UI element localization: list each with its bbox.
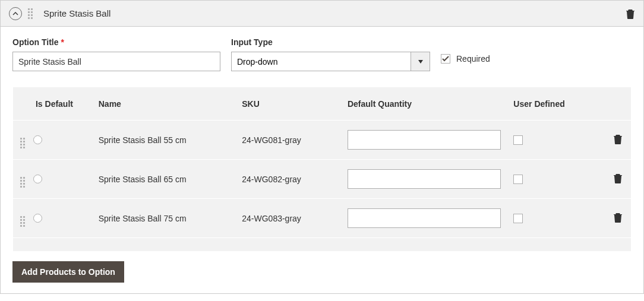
header-sku: SKU bbox=[242, 99, 348, 109]
is-default-radio[interactable] bbox=[33, 135, 42, 144]
option-title-label: Option Title* bbox=[12, 37, 220, 47]
default-qty-input[interactable] bbox=[348, 208, 501, 228]
table-row: Sprite Stasis Ball 65 cm24-WG082-gray bbox=[13, 160, 631, 199]
default-qty-input[interactable] bbox=[348, 169, 501, 189]
row-drag-handle-icon[interactable] bbox=[20, 177, 25, 188]
input-type-field: Input Type Drop-down bbox=[231, 37, 430, 71]
delete-row-icon[interactable] bbox=[613, 212, 623, 223]
header-user-defined: User Defined bbox=[513, 99, 608, 109]
row-name: Sprite Stasis Ball 55 cm bbox=[99, 135, 242, 145]
table-row: Sprite Stasis Ball 55 cm24-WG081-gray bbox=[13, 121, 631, 160]
select-dropdown-arrow[interactable] bbox=[411, 52, 430, 71]
header-is-default: Is Default bbox=[33, 99, 99, 109]
required-field: Required bbox=[441, 54, 490, 64]
row-name: Sprite Stasis Ball 75 cm bbox=[99, 214, 242, 223]
bundle-option-panel: Sprite Stasis Ball Option Title* Input T… bbox=[0, 0, 644, 294]
row-name: Sprite Stasis Ball 65 cm bbox=[99, 175, 242, 184]
chevron-up-icon bbox=[12, 11, 18, 17]
row-sku: 24-WG083-gray bbox=[242, 214, 348, 223]
default-qty-input[interactable] bbox=[348, 130, 501, 150]
is-default-radio[interactable] bbox=[33, 175, 42, 183]
option-config-row: Option Title* Input Type Drop-down bbox=[12, 37, 632, 71]
row-drag-handle-icon[interactable] bbox=[20, 216, 25, 227]
panel-body: Option Title* Input Type Drop-down bbox=[1, 27, 643, 252]
collapse-toggle[interactable] bbox=[9, 7, 22, 20]
delete-row-icon[interactable] bbox=[613, 134, 623, 144]
required-label: Required bbox=[456, 54, 490, 64]
row-drag-handle-icon[interactable] bbox=[20, 138, 25, 148]
required-star: * bbox=[61, 37, 64, 47]
is-default-radio[interactable] bbox=[33, 214, 42, 223]
option-title-field: Option Title* bbox=[12, 37, 220, 71]
panel-title: Sprite Stasis Ball bbox=[43, 8, 626, 18]
required-checkbox[interactable] bbox=[441, 54, 450, 64]
panel-header: Sprite Stasis Ball bbox=[1, 1, 643, 27]
drag-handle-icon[interactable] bbox=[28, 8, 33, 19]
row-sku: 24-WG082-gray bbox=[242, 175, 348, 184]
add-products-button[interactable]: Add Products to Option bbox=[12, 261, 124, 283]
row-sku: 24-WG081-gray bbox=[242, 135, 348, 145]
delete-row-icon[interactable] bbox=[613, 173, 623, 183]
header-default-qty: Default Quantity bbox=[348, 99, 513, 109]
user-defined-checkbox[interactable] bbox=[513, 135, 523, 145]
input-type-select[interactable]: Drop-down bbox=[231, 52, 411, 71]
input-type-label: Input Type bbox=[231, 37, 430, 47]
table-row: Sprite Stasis Ball 75 cm24-WG083-gray bbox=[13, 199, 631, 238]
grid-header: Is Default Name SKU Default Quantity Use… bbox=[13, 87, 631, 121]
panel-footer: Add Products to Option bbox=[1, 252, 643, 293]
user-defined-checkbox[interactable] bbox=[513, 175, 523, 184]
caret-down-icon bbox=[418, 60, 423, 64]
delete-option-icon[interactable] bbox=[626, 8, 635, 19]
header-name: Name bbox=[99, 99, 242, 109]
products-grid: Is Default Name SKU Default Quantity Use… bbox=[12, 87, 632, 252]
user-defined-checkbox[interactable] bbox=[513, 214, 523, 223]
option-title-input[interactable] bbox=[12, 52, 220, 71]
